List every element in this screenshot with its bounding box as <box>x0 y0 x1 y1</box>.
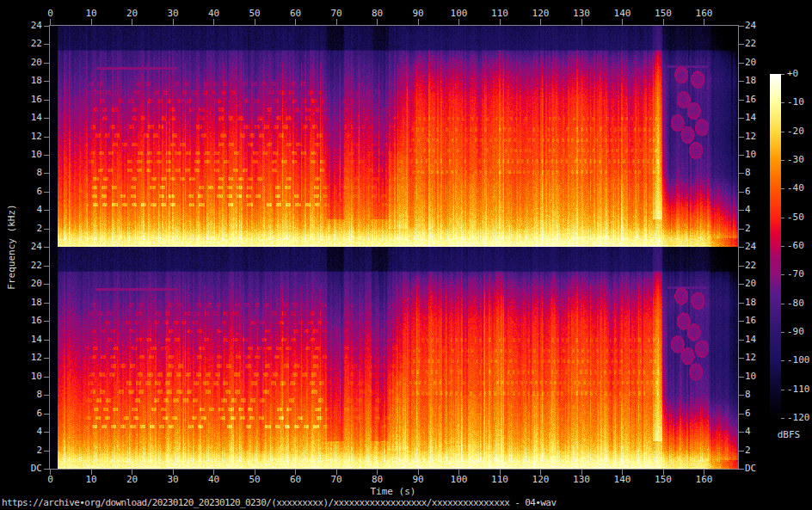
freq-tick-label-left: 12 <box>15 352 42 363</box>
freq-tick-mark-left <box>44 432 49 433</box>
x-tick-label-bottom: 150 <box>650 474 677 485</box>
freq-tick-label-left: 14 <box>15 334 42 345</box>
x-tick-label-top: 150 <box>650 8 677 19</box>
freq-tick-mark-right <box>739 44 744 45</box>
freq-tick-label-left: 8 <box>15 389 42 400</box>
freq-tick-label-left: 22 <box>15 38 42 49</box>
x-tick-label-bottom: 20 <box>119 474 145 485</box>
colorbar-tick-mark <box>781 332 784 333</box>
x-tick-label-top: 120 <box>527 8 554 19</box>
colorbar-tick-mark <box>781 360 784 361</box>
freq-tick-label-right: 6 <box>745 408 751 419</box>
freq-tick-mark-right <box>739 414 744 415</box>
freq-tick-mark-left <box>44 451 49 452</box>
x-tick-mark-top <box>581 19 582 25</box>
x-tick-mark-top <box>132 19 132 25</box>
x-tick-label-top: 0 <box>37 8 64 19</box>
freq-tick-mark-right <box>739 210 744 211</box>
freq-tick-label-left: 20 <box>15 57 42 68</box>
freq-tick-mark-right <box>739 377 744 378</box>
x-tick-label-top: 30 <box>160 8 187 19</box>
freq-tick-label-right: 4 <box>745 204 751 215</box>
freq-tick-label-right: 12 <box>745 352 756 363</box>
freq-tick-mark-right <box>739 247 744 248</box>
x-tick-label-bottom: 30 <box>160 474 187 485</box>
x-tick-label-top: 70 <box>323 8 350 19</box>
colorbar-tick-mark <box>781 160 784 161</box>
x-tick-mark-top <box>50 19 51 25</box>
x-tick-label-top: 130 <box>569 8 595 19</box>
x-tick-label-bottom: 70 <box>323 474 350 485</box>
freq-tick-mark-left <box>44 26 49 27</box>
x-tick-mark-top <box>500 19 501 25</box>
freq-tick-mark-left <box>44 173 49 174</box>
freq-tick-label-left: 4 <box>15 426 42 437</box>
freq-tick-label-right: 20 <box>745 278 756 289</box>
colorbar-tick-label: -80 <box>787 298 804 309</box>
x-tick-label-bottom: 100 <box>446 474 472 485</box>
freq-tick-label-right: 16 <box>745 315 756 326</box>
x-tick-label-bottom: 0 <box>37 474 64 485</box>
y-axis-title: Frequency (kHz) <box>6 204 17 289</box>
colorbar-unit-label: dBFS <box>768 429 809 440</box>
freq-tick-mark-right <box>739 229 744 230</box>
x-tick-mark-top <box>173 19 174 25</box>
freq-tick-mark-left <box>44 284 49 285</box>
freq-tick-mark-left <box>44 118 49 119</box>
freq-tick-mark-left <box>44 192 49 193</box>
colorbar-tick-label: -10 <box>787 96 804 108</box>
freq-tick-label-left: 24 <box>15 241 42 252</box>
x-tick-mark-top <box>418 19 419 25</box>
freq-tick-mark-left <box>44 358 49 359</box>
colorbar-tick-label: -120 <box>787 412 810 423</box>
colorbar-tick-mark <box>781 246 784 247</box>
freq-tick-label-left: 10 <box>15 149 42 160</box>
source-caption: https://archive•org/download/20230120_20… <box>2 497 556 508</box>
colorbar-tick-mark <box>781 304 784 304</box>
x-tick-label-bottom: 120 <box>527 474 554 485</box>
x-tick-label-bottom: 40 <box>200 474 227 485</box>
x-tick-mark-top <box>540 19 541 25</box>
x-tick-mark-top <box>91 19 92 25</box>
freq-tick-mark-right <box>739 26 744 27</box>
freq-tick-label-right: 14 <box>745 112 756 123</box>
freq-tick-label-left: 12 <box>15 131 42 142</box>
x-tick-label-bottom: 90 <box>405 474 432 485</box>
freq-tick-label-right: 22 <box>745 38 756 49</box>
x-tick-mark-top <box>458 19 459 25</box>
x-tick-label-top: 10 <box>78 8 105 19</box>
colorbar-tick-mark <box>781 218 784 218</box>
freq-tick-mark-right <box>739 303 744 304</box>
x-tick-mark-top <box>377 19 378 25</box>
colorbar-tick-label: -70 <box>787 268 804 280</box>
freq-tick-mark-right <box>739 469 744 470</box>
freq-tick-label-left: 24 <box>15 20 42 31</box>
x-tick-mark-top <box>663 19 664 25</box>
freq-tick-label-right: 8 <box>745 167 751 178</box>
freq-tick-mark-right <box>739 137 744 138</box>
freq-tick-mark-left <box>44 469 49 470</box>
freq-tick-mark-left <box>44 100 49 101</box>
colorbar-tick-mark <box>781 74 784 75</box>
freq-tick-label-right: 6 <box>745 186 751 197</box>
freq-tick-mark-right <box>739 173 744 174</box>
freq-tick-label-left: 6 <box>15 408 42 419</box>
x-tick-label-bottom: 110 <box>487 474 514 485</box>
freq-tick-label-left: 2 <box>15 445 42 456</box>
freq-tick-label-right: 10 <box>745 371 756 382</box>
freq-tick-label-left: 22 <box>15 260 42 271</box>
colorbar-gradient <box>770 74 781 418</box>
freq-tick-mark-left <box>44 266 49 267</box>
freq-tick-mark-left <box>44 321 49 322</box>
freq-tick-label-right: 12 <box>745 131 756 142</box>
freq-tick-label-left: 16 <box>15 94 42 105</box>
freq-tick-label-left: 10 <box>15 371 42 382</box>
freq-tick-label-right: 14 <box>745 334 756 345</box>
x-tick-label-bottom: 80 <box>364 474 391 485</box>
freq-tick-mark-left <box>44 155 49 156</box>
x-tick-label-top: 160 <box>691 8 717 19</box>
colorbar-tick-label: -50 <box>787 212 804 223</box>
freq-tick-mark-right <box>739 395 744 396</box>
freq-tick-mark-right <box>739 155 744 156</box>
freq-tick-label-right: 8 <box>745 389 751 400</box>
